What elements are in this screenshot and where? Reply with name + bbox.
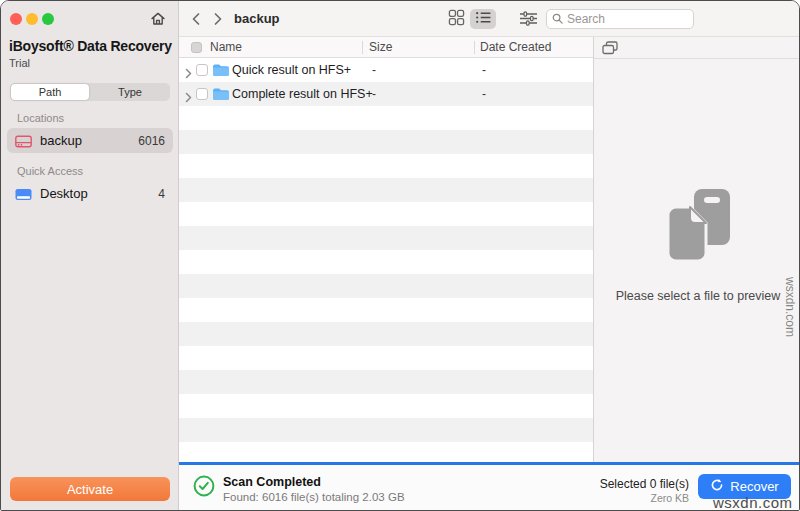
list-view-icon [475,10,492,28]
file-name[interactable]: Complete result on HFS+ [232,87,373,101]
pages-icon[interactable] [602,41,618,59]
app-title: iBoysoft® Data Recovery [9,38,177,54]
table-header: Name Size Date Created [179,37,593,58]
table-row-empty [179,130,593,154]
folder-icon [212,87,229,105]
sidebar-item-label: backup [40,133,138,148]
external-drive-icon [15,134,33,148]
minimize-window-button[interactable] [26,13,38,25]
disclosure-chevron-icon[interactable] [185,65,192,83]
grid-view-button[interactable] [443,9,469,29]
success-check-icon [193,475,215,501]
forward-icon[interactable] [213,12,223,30]
table-row-empty [179,346,593,370]
sidebar-item-desktop[interactable]: Desktop 4 [7,181,173,206]
preview-placeholder-icon [656,185,740,273]
table-row[interactable]: Complete result on HFS+-- [179,82,593,106]
sidebar: iBoysoft® Data Recovery Trial Path Type … [1,1,179,511]
recover-refresh-icon [710,478,724,495]
current-location-title: backup [234,11,280,26]
file-date-created: - [482,87,486,101]
search-input[interactable] [567,12,677,26]
display-icon [15,187,33,201]
filter-sliders-icon[interactable] [519,11,538,30]
sidebar-item-count: 4 [158,187,165,201]
grid-view-icon [448,9,465,30]
file-name[interactable]: Quick result on HFS+ [232,63,351,77]
file-size: - [372,87,376,101]
file-table-rows: Quick result on HFS+--Complete result on… [179,58,593,462]
preview-panel-header [594,37,800,59]
path-type-segmented-control: Path Type [10,83,170,101]
activate-button[interactable]: Activate [10,477,170,501]
app-window: iBoysoft® Data Recovery Trial Path Type … [0,0,800,511]
list-view-button[interactable] [470,9,496,29]
section-label-locations: Locations [17,112,64,124]
column-divider [474,41,475,54]
scan-status-title: Scan Completed [223,475,321,489]
scan-status-detail: Found: 6016 file(s) totaling 2.03 GB [223,491,405,503]
column-header-date-created[interactable]: Date Created [480,40,551,54]
search-icon [552,10,563,28]
table-row-empty [179,274,593,298]
home-icon[interactable] [149,10,167,28]
table-row-empty [179,418,593,442]
table-row-empty [179,298,593,322]
watermark-text: wsxdn.com [713,494,793,511]
column-divider [362,41,363,54]
table-row[interactable]: Quick result on HFS+-- [179,58,593,82]
file-size: - [372,63,376,77]
section-label-quick-access: Quick Access [17,165,83,177]
sidebar-item-label: Desktop [40,186,158,201]
select-all-checkbox[interactable] [191,42,202,53]
table-row-empty [179,442,593,462]
row-checkbox[interactable] [196,64,208,76]
table-row-empty [179,202,593,226]
sidebar-item-count: 6016 [138,134,165,148]
preview-panel: Please select a file to preview [593,37,800,462]
watermark-text-vertical: wsxdn.com [783,277,797,337]
license-label: Trial [9,57,30,69]
tab-path[interactable]: Path [11,84,89,100]
zoom-window-button[interactable] [42,13,54,25]
close-window-button[interactable] [10,13,22,25]
table-row-empty [179,154,593,178]
table-row-empty [179,394,593,418]
row-checkbox[interactable] [196,88,208,100]
folder-icon [212,63,229,81]
back-icon[interactable] [191,12,201,30]
sidebar-item-backup[interactable]: backup 6016 [7,128,173,153]
column-header-size[interactable]: Size [369,40,392,54]
file-date-created: - [482,63,486,77]
table-row-empty [179,250,593,274]
column-header-name[interactable]: Name [210,40,242,54]
disclosure-chevron-icon[interactable] [185,89,192,107]
table-row-empty [179,322,593,346]
search-field[interactable] [546,9,694,29]
table-row-empty [179,178,593,202]
selected-files-count: Selected 0 file(s) [600,477,689,491]
recover-button-label: Recover [730,479,778,494]
preview-placeholder-text: Please select a file to preview [594,289,800,303]
status-bar: Scan Completed Found: 6016 file(s) total… [179,465,800,511]
main-toolbar: backup [179,1,800,37]
table-row-empty [179,106,593,130]
table-row-empty [179,226,593,250]
selected-files-size: Zero KB [650,492,689,504]
tab-type[interactable]: Type [91,84,169,100]
table-row-empty [179,370,593,394]
